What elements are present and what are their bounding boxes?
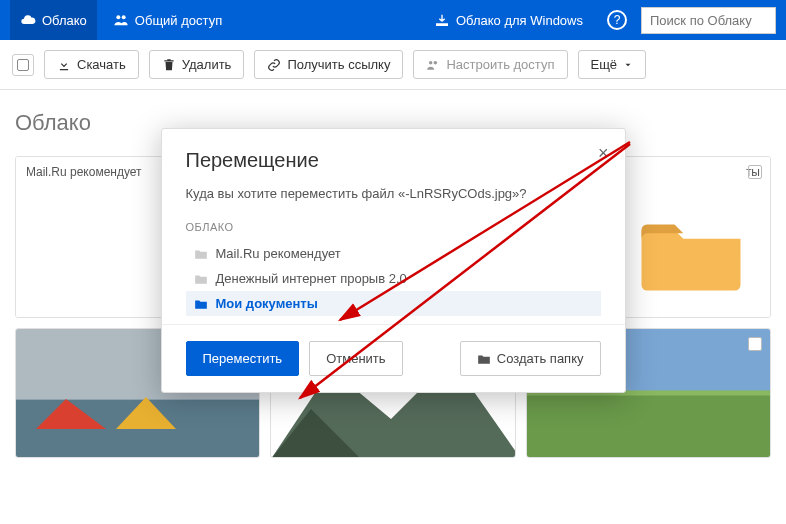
toolbar: Скачать Удалить Получить ссылку Настроит… xyxy=(0,40,786,90)
get-link-button[interactable]: Получить ссылку xyxy=(254,50,403,79)
help-icon[interactable]: ? xyxy=(607,10,627,30)
more-label: Ещё xyxy=(591,57,618,72)
nav-windows[interactable]: Облако для Windows xyxy=(424,0,593,40)
cloud-icon xyxy=(20,12,36,28)
nav-cloud-label: Облако xyxy=(42,13,87,28)
tree-item-label: Mail.Ru рекомендует xyxy=(216,246,341,261)
move-dialog: Перемещение Куда вы хотите переместить ф… xyxy=(161,128,626,393)
tree-item-selected[interactable]: Мои документы xyxy=(186,291,601,316)
tree-item[interactable]: Денежный интернет прорыв 2.0 xyxy=(186,266,601,291)
folder-checkbox[interactable] xyxy=(748,165,762,179)
folder-icon xyxy=(194,273,208,285)
dialog-title: Перемещение xyxy=(186,149,601,172)
svg-point-2 xyxy=(429,60,433,64)
download-label: Скачать xyxy=(77,57,126,72)
folder-label: ты xyxy=(612,157,770,187)
create-folder-label: Создать папку xyxy=(497,351,584,366)
search-input[interactable] xyxy=(641,7,776,34)
users-small-icon xyxy=(426,58,440,72)
more-button[interactable]: Ещё xyxy=(578,50,647,79)
nav-windows-label: Облако для Windows xyxy=(456,13,583,28)
top-nav: Облако Общий доступ Облако для Windows ? xyxy=(0,0,786,40)
cancel-label: Отменить xyxy=(326,351,385,366)
delete-button[interactable]: Удалить xyxy=(149,50,245,79)
tree-heading: ОБЛАКО xyxy=(186,221,601,233)
create-folder-button[interactable]: Создать папку xyxy=(460,341,601,376)
nav-cloud[interactable]: Облако xyxy=(10,0,97,40)
access-button[interactable]: Настроить доступ xyxy=(413,50,567,79)
folder-icon xyxy=(477,353,491,365)
image-checkbox[interactable] xyxy=(748,337,762,351)
download-button[interactable]: Скачать xyxy=(44,50,139,79)
dialog-subtitle: Куда вы хотите переместить файл «-LnRSRy… xyxy=(186,186,601,201)
link-label: Получить ссылку xyxy=(287,57,390,72)
download-box-icon xyxy=(434,12,450,28)
trash-icon xyxy=(162,58,176,72)
move-button[interactable]: Переместить xyxy=(186,341,300,376)
folder-icon xyxy=(194,298,208,310)
svg-rect-12 xyxy=(527,393,770,457)
users-icon xyxy=(113,12,129,28)
svg-point-1 xyxy=(122,15,126,19)
delete-label: Удалить xyxy=(182,57,232,72)
move-label: Переместить xyxy=(203,351,283,366)
folder-body xyxy=(612,187,770,317)
cancel-button[interactable]: Отменить xyxy=(309,341,402,376)
chevron-down-icon xyxy=(623,58,633,72)
tree-item-label: Денежный интернет прорыв 2.0 xyxy=(216,271,407,286)
nav-shared-label: Общий доступ xyxy=(135,13,222,28)
svg-point-0 xyxy=(116,15,120,19)
download-icon xyxy=(57,58,71,72)
folder-large-icon xyxy=(636,207,746,297)
link-icon xyxy=(267,58,281,72)
folder-card[interactable]: ты xyxy=(611,156,771,318)
nav-shared[interactable]: Общий доступ xyxy=(103,0,232,40)
access-label: Настроить доступ xyxy=(446,57,554,72)
tree-item[interactable]: Mail.Ru рекомендует xyxy=(186,241,601,266)
folder-icon xyxy=(194,248,208,260)
tree-item-label: Мои документы xyxy=(216,296,318,311)
select-all-checkbox[interactable] xyxy=(12,54,34,76)
close-icon[interactable]: × xyxy=(598,143,609,164)
svg-point-3 xyxy=(434,60,438,64)
